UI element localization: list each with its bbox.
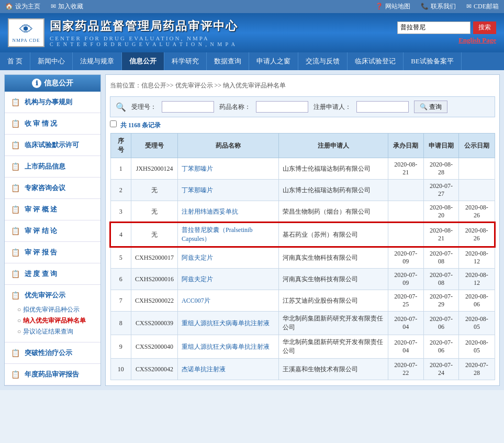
table-row: 8CXSS2000039重组人源抗狂犬病毒单抗注射液华北制药集团新药研究开发有限… xyxy=(110,312,495,335)
sidebar-included-link[interactable]: ○纳入优先审评品种名单 xyxy=(17,315,92,326)
home-icon: 🏠 xyxy=(5,3,13,10)
table-cell: 2020-08-12 xyxy=(459,247,495,269)
table-cell: 江苏艾迪药业股份有限公司 xyxy=(279,290,388,312)
search-input[interactable] xyxy=(397,21,471,34)
sidebar-item-annual[interactable]: 📋 年度药品审评报告 xyxy=(9,367,96,382)
table-cell: 10 xyxy=(110,359,131,380)
table-cell: 2020-08-05 xyxy=(459,335,495,359)
add-bookmark-btn[interactable]: ✉ 加入收藏 xyxy=(51,2,83,11)
sidebar-section-annual: 📋 年度药品审评报告 xyxy=(5,364,100,385)
table-cell: CXSS2000039 xyxy=(131,312,178,335)
sidebar-item-progress[interactable]: 📋 进 度 查 询 xyxy=(9,267,96,281)
logo-box: 👁 NMPA CDE xyxy=(8,18,44,47)
bookmark-icon: ✉ xyxy=(51,3,56,10)
table-row: 10CXSS2000042杰诺单抗注射液王溪嘉和生物技术有限公司2020-07-… xyxy=(110,359,495,380)
table-cell: 2020-08-26 xyxy=(459,223,495,247)
sidebar-item-clinical[interactable]: 📋 临床试验默示许可 xyxy=(9,138,96,152)
table-cell: 基石药业（苏州）有限公司 xyxy=(279,223,388,247)
label-no: 受理号： xyxy=(131,103,156,112)
sidebar-section-conclusion: 📋 审 评 结 论 xyxy=(5,220,100,242)
table-cell xyxy=(388,180,423,201)
email-btn[interactable]: ✉ CDE邮箱 xyxy=(466,2,499,11)
nav-info[interactable]: 信息公开 xyxy=(122,52,164,70)
sidebar-section-drugs: 📋 上市药品信息 xyxy=(5,156,100,178)
search-button[interactable]: 搜索 xyxy=(473,21,496,34)
sidebar-item-conclusion[interactable]: 📋 审 评 结 论 xyxy=(9,224,96,238)
table-cell: 荣昌生物制药（烟台）有限公司 xyxy=(279,201,388,223)
content-area: 当前位置：信息公开>> 优先审评公示 >> 纳入优先审评品种名单 🔍 受理号： … xyxy=(105,74,500,386)
english-page-link[interactable]: English Page xyxy=(458,36,496,45)
sidebar-section-report: 📋 审 评 报 告 xyxy=(5,242,100,263)
table-cell: 2020-07-09 xyxy=(388,269,423,290)
logo-area: 👁 NMPA CDE 国家药品监督管理局药品审评中心 CENTER FOR DR… xyxy=(8,18,238,47)
nav-data[interactable]: 数据查询 xyxy=(207,52,249,70)
nav-news[interactable]: 新闻中心 xyxy=(30,52,73,70)
input-applicant[interactable] xyxy=(356,101,409,113)
nav-applicant[interactable]: 申请人之窗 xyxy=(249,52,298,70)
data-table: 序号 受理号 药品名称 注册申请人 承办日期 申请日期 公示日期 1JXHS20… xyxy=(110,133,495,380)
logo-en2: C E N T E R F O R D R U G E V A L U A T … xyxy=(50,41,238,47)
nav-science[interactable]: 科学研究 xyxy=(164,52,207,70)
select-all-checkbox[interactable] xyxy=(110,120,117,127)
sidebar-item-report[interactable]: 📋 审 评 报 告 xyxy=(9,245,96,260)
sidebar-item-priority[interactable]: 📋 优先审评公示 xyxy=(9,288,96,303)
sidebar-item-overview[interactable]: 📋 审 评 概 述 xyxy=(9,202,96,217)
table-cell: 2020-08-28 xyxy=(423,158,459,180)
rss-icon-annual: 📋 xyxy=(11,370,20,379)
set-homepage-btn[interactable]: 🏠 设为主页 xyxy=(5,2,40,11)
col-no: 受理号 xyxy=(131,134,178,158)
table-cell: CXSS2000042 xyxy=(131,359,178,380)
main-layout: ℹ 信息公开 📋 机构与办事规则 📋 收 审 情 况 📋 临床试验默示许可 📋 xyxy=(0,70,504,390)
contact-btn[interactable]: 📞 联系我们 xyxy=(421,2,456,11)
sidebar-section-clinical: 📋 临床试验默示许可 xyxy=(5,135,100,156)
input-drug[interactable] xyxy=(256,101,308,113)
table-cell: 2020-07-25 xyxy=(388,290,423,312)
table-row: 3无注射用纬迪西妥单抗荣昌生物制药（烟台）有限公司2020-08-202020-… xyxy=(110,201,495,223)
nav-clinical[interactable]: 临床试验登记 xyxy=(348,52,404,70)
rss-icon-report: 📋 xyxy=(11,248,20,257)
sidebar-section-review: 📋 收 审 情 况 xyxy=(5,113,100,135)
nav-exchange[interactable]: 交流与反馈 xyxy=(298,52,348,70)
sidebar-item-drugs[interactable]: 📋 上市药品信息 xyxy=(9,159,96,174)
rss-icon-expert: 📋 xyxy=(11,184,20,193)
sidebar-item-review[interactable]: 📋 收 审 情 况 xyxy=(9,116,96,131)
search-bar: 🔍 受理号： 药品名称： 注册申请人： 🔍 查询 xyxy=(110,96,495,117)
table-cell: 华北制药集团新药研究开发有限责任公司 xyxy=(279,335,388,359)
rss-icon-institutions: 📋 xyxy=(11,98,20,107)
input-no[interactable] xyxy=(162,101,214,113)
sidebar-objection-link[interactable]: ○异议论证结果查询 xyxy=(17,326,92,337)
table-cell: 普拉替尼胶囊（Pralsetinib Capsules） xyxy=(178,223,279,247)
sidebar-item-institutions[interactable]: 📋 机构与办事规则 xyxy=(9,95,96,109)
table-cell: 6 xyxy=(110,269,131,290)
table-cell: 2020-08-21 xyxy=(388,158,423,180)
sidebar-item-expert[interactable]: 📋 专家咨询会议 xyxy=(9,181,96,195)
header-right: 搜索 English Page xyxy=(397,21,496,45)
col-date1: 承办日期 xyxy=(388,134,423,158)
query-button[interactable]: 🔍 查询 xyxy=(414,101,447,113)
sidebar-header: ℹ 信息公开 xyxy=(5,75,100,92)
sitemap-btn[interactable]: ❓ 网站地图 xyxy=(375,2,410,11)
table-cell: 2020-07-08 xyxy=(423,247,459,269)
nav-be[interactable]: BE试验备案平 xyxy=(404,52,462,70)
sidebar-proposed-link[interactable]: ○拟优先审评品种公示 xyxy=(17,304,92,315)
rss-icon-breakthrough: 📋 xyxy=(11,349,20,358)
sidebar-section-breakthrough: 📋 突破性治疗公示 xyxy=(5,342,100,364)
rss-icon-progress: 📋 xyxy=(11,270,20,279)
sidebar-section-overview: 📋 审 评 概 述 xyxy=(5,199,100,220)
nav-regulations[interactable]: 法规与规章 xyxy=(73,52,122,70)
table-cell: 阿兹夫定片 xyxy=(178,247,279,269)
table-cell: 重组人源抗狂犬病毒单抗注射液 xyxy=(178,335,279,359)
table-cell: 8 xyxy=(110,312,131,335)
table-row: 9CXSS2000040重组人源抗狂犬病毒单抗注射液华北制药集团新药研究开发有限… xyxy=(110,335,495,359)
label-applicant: 注册申请人： xyxy=(313,103,351,112)
label-drug: 药品名称： xyxy=(219,103,251,112)
table-cell: ACC007片 xyxy=(178,290,279,312)
sidebar-item-breakthrough[interactable]: 📋 突破性治疗公示 xyxy=(9,346,96,360)
table-cell: 9 xyxy=(110,335,131,359)
col-date3: 公示日期 xyxy=(459,134,495,158)
table-cell: 2020-07-08 xyxy=(423,269,459,290)
table-cell: 2020-07-29 xyxy=(423,290,459,312)
table-cell: 杰诺单抗注射液 xyxy=(178,359,279,380)
search-icon: 🔍 xyxy=(116,102,126,112)
nav-home[interactable]: 首 页 xyxy=(0,52,30,70)
